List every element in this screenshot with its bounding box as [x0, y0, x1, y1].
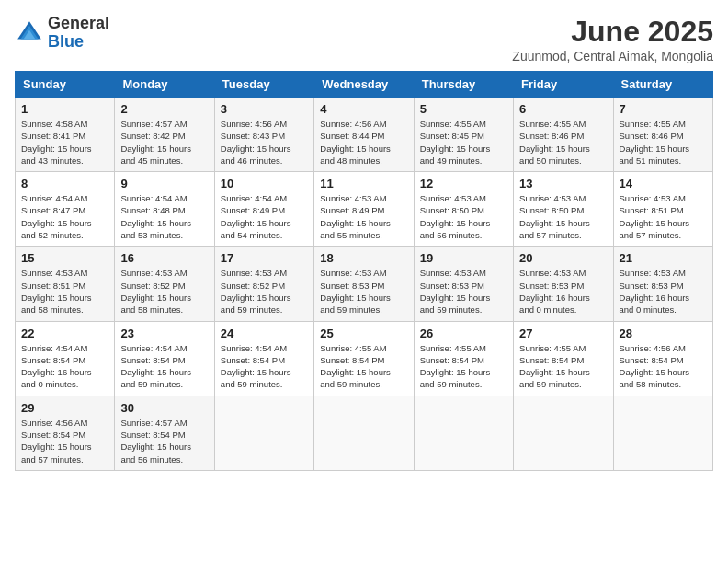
calendar-cell: 17Sunrise: 4:53 AM Sunset: 8:52 PM Dayli…	[214, 247, 313, 321]
calendar-cell: 13Sunrise: 4:53 AM Sunset: 8:50 PM Dayli…	[514, 172, 613, 247]
day-number: 19	[420, 251, 507, 265]
page-header: General Blue June 2025 Zuunmod, Central …	[15, 15, 713, 63]
day-number: 2	[120, 102, 208, 116]
day-number: 27	[519, 327, 607, 340]
day-number: 24	[221, 327, 308, 340]
day-info: Sunrise: 4:58 AM Sunset: 8:41 PM Dayligh…	[21, 118, 108, 167]
day-info: Sunrise: 4:56 AM Sunset: 8:54 PM Dayligh…	[620, 342, 707, 391]
weekday-header-row: SundayMondayTuesdayWednesdayThursdayFrid…	[16, 72, 713, 98]
calendar-table: SundayMondayTuesdayWednesdayThursdayFrid…	[15, 71, 713, 471]
calendar-cell: 7Sunrise: 4:55 AM Sunset: 8:46 PM Daylig…	[613, 98, 712, 172]
day-number: 10	[221, 177, 308, 190]
calendar-cell: 3Sunrise: 4:56 AM Sunset: 8:43 PM Daylig…	[214, 98, 313, 172]
day-number: 18	[320, 251, 407, 265]
logo: General Blue	[15, 15, 109, 52]
day-info: Sunrise: 4:56 AM Sunset: 8:54 PM Dayligh…	[21, 417, 108, 465]
location-subtitle: Zuunmod, Central Aimak, Mongolia	[512, 49, 713, 63]
calendar-cell: 28Sunrise: 4:56 AM Sunset: 8:54 PM Dayli…	[613, 321, 712, 396]
day-info: Sunrise: 4:53 AM Sunset: 8:50 PM Dayligh…	[420, 192, 507, 241]
calendar-cell: 26Sunrise: 4:55 AM Sunset: 8:54 PM Dayli…	[414, 321, 513, 396]
day-info: Sunrise: 4:54 AM Sunset: 8:54 PM Dayligh…	[221, 342, 308, 391]
day-info: Sunrise: 4:54 AM Sunset: 8:47 PM Dayligh…	[21, 192, 108, 241]
day-number: 3	[221, 102, 308, 116]
day-info: Sunrise: 4:53 AM Sunset: 8:51 PM Dayligh…	[620, 192, 707, 241]
calendar-cell: 4Sunrise: 4:56 AM Sunset: 8:44 PM Daylig…	[314, 98, 414, 172]
day-number: 13	[519, 177, 607, 190]
day-info: Sunrise: 4:54 AM Sunset: 8:49 PM Dayligh…	[221, 192, 308, 241]
calendar-week-2: 8Sunrise: 4:54 AM Sunset: 8:47 PM Daylig…	[16, 172, 713, 247]
calendar-cell: 30Sunrise: 4:57 AM Sunset: 8:54 PM Dayli…	[115, 396, 214, 470]
day-number: 29	[21, 401, 108, 415]
day-number: 21	[620, 251, 707, 265]
day-info: Sunrise: 4:53 AM Sunset: 8:53 PM Dayligh…	[320, 267, 407, 316]
day-info: Sunrise: 4:55 AM Sunset: 8:45 PM Dayligh…	[420, 118, 507, 167]
day-info: Sunrise: 4:57 AM Sunset: 8:42 PM Dayligh…	[120, 118, 208, 167]
calendar-cell	[314, 396, 414, 470]
calendar-cell: 6Sunrise: 4:55 AM Sunset: 8:46 PM Daylig…	[514, 98, 613, 172]
calendar-cell: 29Sunrise: 4:56 AM Sunset: 8:54 PM Dayli…	[16, 396, 115, 470]
calendar-cell	[414, 396, 513, 470]
title-block: June 2025 Zuunmod, Central Aimak, Mongol…	[512, 15, 713, 63]
day-info: Sunrise: 4:54 AM Sunset: 8:54 PM Dayligh…	[21, 342, 108, 391]
calendar-cell: 8Sunrise: 4:54 AM Sunset: 8:47 PM Daylig…	[16, 172, 115, 247]
calendar-cell: 23Sunrise: 4:54 AM Sunset: 8:54 PM Dayli…	[115, 321, 214, 396]
day-number: 11	[320, 177, 407, 190]
calendar-cell: 5Sunrise: 4:55 AM Sunset: 8:45 PM Daylig…	[414, 98, 513, 172]
day-info: Sunrise: 4:53 AM Sunset: 8:53 PM Dayligh…	[620, 267, 707, 316]
day-info: Sunrise: 4:53 AM Sunset: 8:49 PM Dayligh…	[320, 192, 407, 241]
calendar-cell: 14Sunrise: 4:53 AM Sunset: 8:51 PM Dayli…	[613, 172, 712, 247]
calendar-cell: 12Sunrise: 4:53 AM Sunset: 8:50 PM Dayli…	[414, 172, 513, 247]
day-info: Sunrise: 4:54 AM Sunset: 8:48 PM Dayligh…	[120, 192, 208, 241]
day-number: 16	[120, 251, 208, 265]
calendar-week-3: 15Sunrise: 4:53 AM Sunset: 8:51 PM Dayli…	[16, 247, 713, 321]
logo-blue-text: Blue	[48, 32, 84, 51]
day-info: Sunrise: 4:53 AM Sunset: 8:52 PM Dayligh…	[221, 267, 308, 316]
calendar-cell: 24Sunrise: 4:54 AM Sunset: 8:54 PM Dayli…	[214, 321, 313, 396]
weekday-header-sunday: Sunday	[16, 72, 115, 98]
day-info: Sunrise: 4:53 AM Sunset: 8:50 PM Dayligh…	[519, 192, 607, 241]
day-number: 26	[420, 327, 507, 340]
day-number: 12	[420, 177, 507, 190]
day-info: Sunrise: 4:56 AM Sunset: 8:44 PM Dayligh…	[320, 118, 407, 167]
calendar-cell	[514, 396, 613, 470]
day-number: 4	[320, 102, 407, 116]
day-info: Sunrise: 4:55 AM Sunset: 8:54 PM Dayligh…	[519, 342, 607, 391]
day-number: 1	[21, 102, 108, 116]
day-number: 8	[21, 177, 108, 190]
calendar-week-4: 22Sunrise: 4:54 AM Sunset: 8:54 PM Dayli…	[16, 321, 713, 396]
day-info: Sunrise: 4:55 AM Sunset: 8:54 PM Dayligh…	[320, 342, 407, 391]
day-number: 15	[21, 251, 108, 265]
day-number: 30	[120, 401, 208, 415]
day-info: Sunrise: 4:55 AM Sunset: 8:46 PM Dayligh…	[519, 118, 607, 167]
calendar-cell: 1Sunrise: 4:58 AM Sunset: 8:41 PM Daylig…	[16, 98, 115, 172]
day-number: 22	[21, 327, 108, 340]
day-number: 6	[519, 102, 607, 116]
day-number: 14	[620, 177, 707, 190]
day-info: Sunrise: 4:53 AM Sunset: 8:52 PM Dayligh…	[120, 267, 208, 316]
weekday-header-thursday: Thursday	[414, 72, 513, 98]
calendar-cell: 15Sunrise: 4:53 AM Sunset: 8:51 PM Dayli…	[16, 247, 115, 321]
calendar-cell: 18Sunrise: 4:53 AM Sunset: 8:53 PM Dayli…	[314, 247, 414, 321]
day-number: 28	[620, 327, 707, 340]
calendar-cell: 16Sunrise: 4:53 AM Sunset: 8:52 PM Dayli…	[115, 247, 214, 321]
day-number: 25	[320, 327, 407, 340]
calendar-cell: 9Sunrise: 4:54 AM Sunset: 8:48 PM Daylig…	[115, 172, 214, 247]
calendar-cell: 25Sunrise: 4:55 AM Sunset: 8:54 PM Dayli…	[314, 321, 414, 396]
logo-icon	[15, 18, 44, 48]
calendar-week-1: 1Sunrise: 4:58 AM Sunset: 8:41 PM Daylig…	[16, 98, 713, 172]
day-number: 23	[120, 327, 208, 340]
calendar-cell	[613, 396, 712, 470]
day-info: Sunrise: 4:55 AM Sunset: 8:46 PM Dayligh…	[620, 118, 707, 167]
calendar-cell: 21Sunrise: 4:53 AM Sunset: 8:53 PM Dayli…	[613, 247, 712, 321]
weekday-header-tuesday: Tuesday	[214, 72, 313, 98]
calendar-cell: 2Sunrise: 4:57 AM Sunset: 8:42 PM Daylig…	[115, 98, 214, 172]
weekday-header-friday: Friday	[514, 72, 613, 98]
day-info: Sunrise: 4:56 AM Sunset: 8:43 PM Dayligh…	[221, 118, 308, 167]
logo-general-text: General	[48, 14, 109, 32]
calendar-cell: 19Sunrise: 4:53 AM Sunset: 8:53 PM Dayli…	[414, 247, 513, 321]
day-info: Sunrise: 4:57 AM Sunset: 8:54 PM Dayligh…	[120, 417, 208, 465]
weekday-header-saturday: Saturday	[613, 72, 712, 98]
calendar-week-5: 29Sunrise: 4:56 AM Sunset: 8:54 PM Dayli…	[16, 396, 713, 470]
day-number: 7	[620, 102, 707, 116]
weekday-header-wednesday: Wednesday	[314, 72, 414, 98]
